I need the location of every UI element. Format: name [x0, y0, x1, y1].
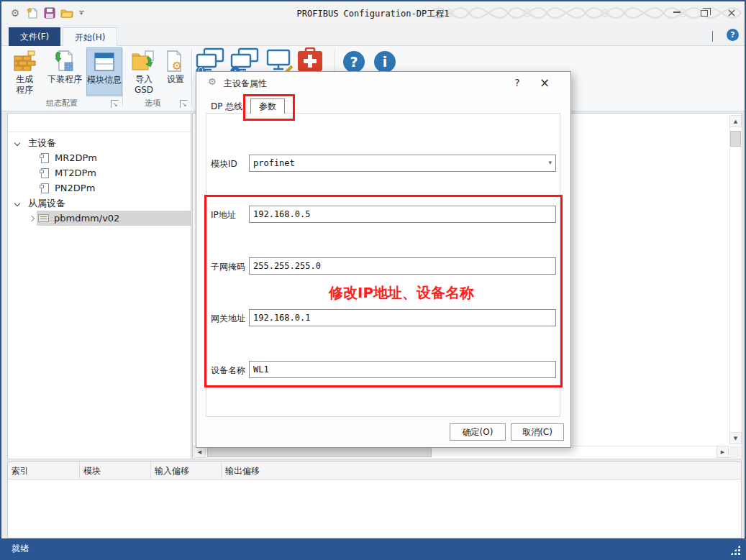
generate-program-label: 生成 程序	[16, 74, 33, 96]
tree-item-pn2dpm[interactable]: PN2DPm	[8, 180, 191, 196]
ok-button[interactable]: 确定(O)	[450, 423, 506, 441]
module-info-button[interactable]: 模块信息	[86, 47, 122, 96]
resize-grip[interactable]	[730, 545, 740, 555]
slave-device-icon	[38, 214, 49, 222]
column-header-input-offset[interactable]: 输入偏移	[151, 462, 222, 479]
import-gsd-icon	[131, 50, 157, 73]
module-info-icon	[92, 50, 117, 73]
tree-panel-header	[8, 114, 191, 132]
tree-item-mr2dpm[interactable]: MR2DPm	[8, 150, 191, 165]
device-doc-icon	[41, 183, 49, 193]
master-device-properties-dialog: ⚙ 主设备属性 ? × DP 总线 参数 模块ID ▾ IP地址 子网掩码 修改…	[196, 71, 571, 448]
chevron-right-icon[interactable]	[29, 215, 35, 221]
settings-label: 设置	[167, 74, 184, 85]
ribbon-help-button[interactable]: ?	[727, 29, 739, 41]
device-tree-panel: 主设备 MR2DPm MT2DPm PN2DPm 从属设备 pbmdmm/v02	[7, 113, 191, 459]
tree-section-slave[interactable]: 从属设备	[8, 196, 191, 211]
window-title: PROFIBUS Configuration-DP工程1	[1, 8, 745, 20]
column-header-output-offset[interactable]: 输出偏移	[222, 462, 303, 479]
io-mapping-table: 索引 模块 输入偏移 输出偏移	[7, 462, 742, 538]
tree-item-pbmdmm[interactable]: pbmdmm/v02	[8, 211, 191, 226]
svg-text:i: i	[383, 54, 388, 70]
column-header-index[interactable]: 索引	[8, 462, 80, 479]
scroll-down-button[interactable]: ▼	[729, 432, 742, 444]
download-program-icon	[53, 50, 77, 73]
tree-section-label: 从属设备	[28, 197, 65, 210]
annotation-text: 修改IP地址、设备名称	[311, 283, 491, 303]
tab-dp-bus[interactable]: DP 总线	[211, 101, 242, 113]
group-label-config: 组态配置	[7, 98, 117, 109]
dialog-help-button[interactable]: ?	[509, 75, 526, 91]
app-window: ⚙ ▾ PROFIBUS Configuration-DP工程1 × 文件(F)…	[0, 0, 746, 560]
vertical-scrollbar-track[interactable]	[729, 127, 742, 432]
ribbon-separator	[191, 49, 192, 106]
subnet-mask-input[interactable]	[249, 257, 556, 275]
chevron-up-icon	[712, 31, 713, 42]
scroll-right-button[interactable]: ▶	[717, 446, 729, 458]
settings-button[interactable]: ⚙ 设置	[161, 47, 190, 96]
title-bar: ⚙ ▾ PROFIBUS Configuration-DP工程1 ×	[1, 1, 745, 24]
import-gsd-button[interactable]: 导入 GSD	[127, 47, 161, 96]
minimize-icon	[673, 12, 681, 13]
import-gsd-label: 导入 GSD	[135, 74, 153, 96]
column-header-module[interactable]: 模块	[80, 462, 151, 479]
download-program-label: 下装程序	[47, 74, 82, 85]
bricks-icon	[12, 50, 37, 73]
chevron-down-icon[interactable]	[14, 200, 20, 206]
device-name-label: 设备名称	[211, 364, 245, 377]
table-header-row: 索引 模块 输入偏移 输出偏移	[8, 462, 741, 479]
chevron-down-icon[interactable]	[14, 139, 20, 145]
minimize-button[interactable]	[665, 1, 689, 23]
tree-item-label: MR2DPm	[55, 152, 97, 163]
gateway-address-input[interactable]	[249, 309, 556, 326]
module-info-label: 模块信息	[87, 75, 122, 86]
tab-file[interactable]: 文件(F)	[9, 27, 60, 46]
tree-item-label: MT2DPm	[55, 167, 96, 178]
status-bar: 就绪	[1, 538, 745, 559]
ip-address-label: IP地址	[211, 209, 236, 221]
generate-program-button[interactable]: 生成 程序	[7, 47, 42, 96]
module-id-combobox[interactable]	[249, 155, 556, 172]
download-program-button[interactable]: 下装程序	[45, 47, 85, 96]
ip-address-input[interactable]	[249, 206, 556, 223]
table-body-empty	[8, 479, 741, 538]
dialog-close-button[interactable]: ×	[536, 75, 553, 91]
dialog-gear-icon: ⚙	[208, 76, 217, 87]
device-name-input[interactable]	[249, 361, 556, 378]
info-icon: i	[373, 50, 397, 74]
scroll-up-button[interactable]: ▲	[729, 115, 742, 127]
collapse-ribbon-button[interactable]	[712, 32, 713, 42]
ribbon-separator	[122, 49, 123, 106]
cancel-button[interactable]: 取消(C)	[511, 423, 564, 441]
group-label-options: 选项	[125, 98, 180, 109]
group-config-launcher-icon[interactable]: ↘	[111, 100, 119, 108]
combo-dropdown-icon[interactable]: ▾	[548, 159, 552, 166]
device-doc-icon	[41, 153, 49, 163]
help-icon: ?	[342, 50, 366, 74]
tree-item-label: PN2DPm	[55, 183, 95, 193]
scrollbar-corner	[729, 446, 742, 458]
settings-icon: ⚙	[165, 50, 186, 73]
tree-item-label: pbmdmm/v02	[54, 213, 119, 224]
group-options-launcher-icon[interactable]: ↘	[180, 100, 188, 108]
tab-home[interactable]: 开始(H)	[63, 27, 117, 47]
module-id-label: 模块ID	[211, 158, 237, 170]
svg-text:?: ?	[350, 54, 358, 70]
gateway-address-label: 网关地址	[211, 313, 245, 325]
status-text: 就绪	[12, 543, 29, 555]
restore-button[interactable]	[692, 1, 717, 23]
restore-icon	[701, 10, 708, 17]
dialog-title: 主设备属性	[224, 78, 267, 90]
subnet-mask-label: 子网掩码	[211, 261, 245, 273]
tree-section-label: 主设备	[28, 137, 56, 150]
device-doc-icon	[41, 168, 49, 178]
tab-parameters[interactable]: 参数	[250, 98, 285, 114]
close-button[interactable]: ×	[719, 1, 744, 23]
ribbon-tab-row: 文件(F) 开始(H) ?	[1, 24, 745, 46]
svg-text:⚙: ⚙	[172, 59, 182, 73]
tree-item-mt2dpm[interactable]: MT2DPm	[8, 165, 191, 180]
tree-section-master[interactable]: 主设备	[8, 135, 191, 150]
